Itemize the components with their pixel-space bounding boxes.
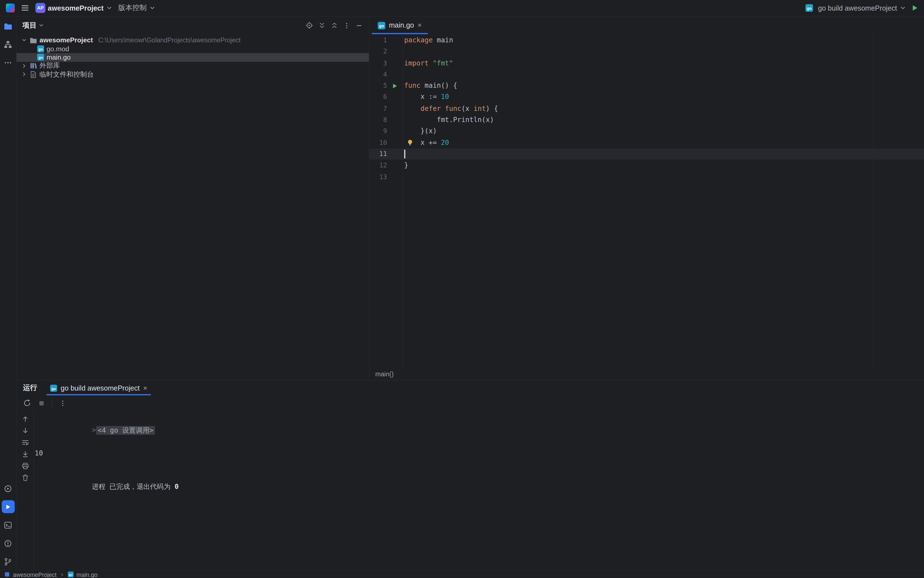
code-line-6[interactable]: 6 x := 10 — [369, 92, 924, 103]
locate-file-icon[interactable] — [305, 21, 313, 29]
code-line-5[interactable]: 5func main() { — [369, 80, 924, 92]
tree-item-gomod[interactable]: go go.mod — [16, 45, 369, 53]
exit-text: 进程 已完成，退出代码为 — [92, 483, 171, 491]
collapse-all-icon[interactable] — [331, 21, 338, 29]
fold-prefix: > — [92, 426, 96, 435]
hamburger-menu-icon[interactable] — [21, 3, 29, 13]
project-switcher[interactable]: AP awesomeProject — [36, 3, 112, 13]
project-name: awesomeProject — [48, 4, 103, 12]
more-toolwindows-icon[interactable] — [2, 56, 15, 69]
editor-body[interactable]: 1package main23import "fmt"45func main()… — [369, 34, 924, 368]
gutter-cell — [387, 126, 403, 137]
up-stack-trace-icon[interactable] — [20, 414, 30, 424]
code-line-12[interactable]: 12} — [369, 160, 924, 171]
code-line-1[interactable]: 1package main — [369, 35, 924, 46]
run-line-icon[interactable] — [387, 80, 403, 92]
go-file-icon: go — [37, 54, 44, 61]
kebab-menu-icon[interactable] — [343, 21, 351, 29]
svg-text:go: go — [51, 386, 56, 391]
tree-item-label: main.go — [47, 54, 71, 61]
code-line-9[interactable]: 9 }(x) — [369, 126, 924, 137]
vcs-label: 版本控制 — [119, 3, 147, 13]
code-line-13[interactable]: 13 — [369, 171, 924, 183]
code-line-7[interactable]: 7 defer func(x int) { — [369, 103, 924, 114]
down-stack-trace-icon[interactable] — [20, 425, 30, 435]
close-tab-icon[interactable]: × — [143, 385, 147, 391]
code-line-2[interactable]: 2 — [369, 46, 924, 58]
code-line-4[interactable]: 4 — [369, 69, 924, 80]
clear-console-icon[interactable] — [20, 472, 30, 482]
project-title[interactable]: 项目 — [22, 20, 36, 30]
gutter-cell — [387, 137, 403, 148]
run-button[interactable] — [911, 4, 918, 12]
chevron-right-icon[interactable] — [21, 71, 27, 77]
print-icon[interactable] — [20, 461, 30, 471]
close-tab-icon[interactable]: × — [417, 22, 422, 29]
version-control-toolwindow-button[interactable] — [2, 555, 15, 568]
run-config-label: go build awesomeProject — [818, 4, 897, 12]
line-number: 12 — [369, 160, 387, 171]
gutter-cell — [387, 148, 403, 160]
tree-item-scratches[interactable]: 临时文件和控制台 — [16, 70, 369, 79]
kebab-menu-icon[interactable] — [59, 399, 67, 407]
library-icon — [29, 62, 37, 70]
soft-wrap-icon[interactable] — [20, 437, 30, 447]
code-text — [403, 171, 404, 183]
run-title[interactable]: 运行 — [23, 380, 37, 395]
code-text: defer func(x int) { — [403, 103, 498, 114]
gutter-cell — [387, 57, 403, 69]
gutter-cell — [387, 171, 403, 183]
chevron-down-icon — [149, 5, 156, 11]
line-number: 5 — [369, 80, 387, 92]
run-toolwindow: 运行 go go build awesomeProject × — [16, 380, 924, 570]
status-crumb-project[interactable]: awesomeProject — [13, 572, 57, 578]
chevron-right-icon[interactable] — [21, 63, 27, 69]
code-line-10[interactable]: 10 x += 20 — [369, 137, 924, 148]
breadcrumb[interactable]: main() — [375, 370, 394, 377]
tree-item-maingo[interactable]: go main.go — [16, 53, 369, 62]
gutter-cell — [387, 46, 403, 58]
status-crumb-file[interactable]: main.go — [76, 572, 97, 578]
hide-toolwindow-icon[interactable] — [355, 21, 363, 29]
run-console[interactable]: ><4 go 设置调用> 10 进程 已完成，退出代码为0 — [34, 411, 924, 570]
run-config-selector[interactable]: go build awesomeProject — [818, 4, 906, 12]
terminal-toolwindow-button[interactable] — [2, 518, 15, 531]
gutter-cell — [387, 92, 403, 103]
editor-tab-maingo[interactable]: go main.go × — [372, 16, 428, 34]
tree-item-root[interactable]: awesomeProject C:\Users\meowr\GolandProj… — [16, 36, 369, 45]
editor-area: go main.go × 1package main23import "fmt"… — [369, 16, 924, 380]
run-toolwindow-button[interactable] — [2, 500, 15, 513]
toolbar-separator — [52, 399, 52, 407]
tree-root-label: awesomeProject — [39, 37, 93, 44]
chevron-down-icon — [900, 5, 906, 11]
code-line-3[interactable]: 3import "fmt" — [369, 57, 924, 69]
services-toolwindow-button[interactable] — [2, 482, 15, 495]
expand-all-icon[interactable] — [318, 21, 326, 29]
line-number: 8 — [369, 114, 387, 126]
scroll-to-end-icon[interactable] — [20, 449, 30, 459]
chevron-down-icon[interactable] — [21, 37, 27, 43]
code-line-11[interactable]: 11 — [369, 148, 924, 160]
line-number: 9 — [369, 126, 387, 137]
run-tab[interactable]: go go build awesomeProject × — [47, 380, 151, 395]
intention-bulb-icon[interactable] — [406, 139, 413, 146]
go-file-icon: go — [50, 385, 57, 391]
tree-item-label: 临时文件和控制台 — [39, 70, 94, 78]
problems-toolwindow-button[interactable] — [2, 537, 15, 550]
structure-toolwindow-button[interactable] — [2, 37, 15, 51]
stop-icon[interactable] — [37, 399, 45, 407]
code-lines: 1package main23import "fmt"45func main()… — [369, 34, 924, 183]
main-toolbar: AP awesomeProject 版本控制 go go build aweso… — [0, 0, 924, 16]
run-header: 运行 go go build awesomeProject × — [16, 380, 924, 395]
rerun-icon[interactable] — [23, 399, 31, 407]
chevron-down-icon[interactable] — [38, 22, 44, 28]
folded-region[interactable]: <4 go 设置调用> — [96, 426, 155, 435]
goland-logo-icon[interactable] — [6, 3, 15, 13]
line-number: 1 — [369, 35, 387, 46]
code-line-8[interactable]: 8 fmt.Println(x) — [369, 114, 924, 126]
tree-item-external-libraries[interactable]: 外部库 — [16, 62, 369, 70]
code-text — [403, 69, 404, 80]
project-toolwindow-button[interactable] — [2, 19, 15, 32]
vcs-widget[interactable]: 版本控制 — [119, 3, 156, 13]
editor-tab-label: main.go — [389, 21, 414, 29]
